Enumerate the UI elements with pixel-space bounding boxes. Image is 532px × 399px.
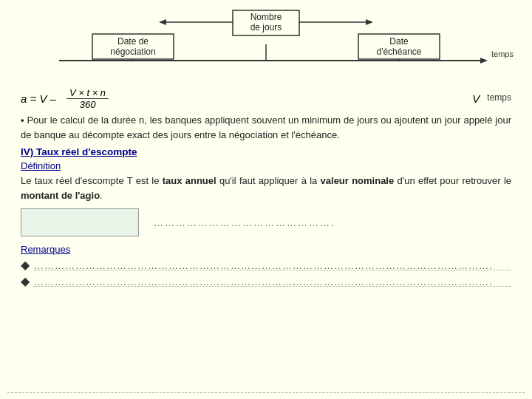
svg-text:temps: temps xyxy=(491,50,514,58)
formula-v-right: V xyxy=(472,92,480,105)
formula-box-area: …………………………………………. xyxy=(21,208,511,236)
svg-marker-1 xyxy=(480,58,488,64)
page: Nombre de jours Date de négociation Date… xyxy=(0,0,532,399)
timeline-diagram: Nombre de jours Date de négociation Date… xyxy=(15,7,517,81)
definition-text: Le taux réel d'escompte T est le taux an… xyxy=(21,174,511,202)
svg-text:Date: Date xyxy=(389,36,409,47)
formula-input-box xyxy=(21,208,139,236)
svg-text:Nombre: Nombre xyxy=(250,12,282,22)
remark-line-1: ◆ ……………………………………………………………………………………………………… xyxy=(21,258,511,272)
formula-equation: a = V – xyxy=(21,92,56,105)
formula-fraction: V × t × n 360 xyxy=(66,87,109,110)
remarques-label: Remarques xyxy=(21,244,511,255)
remark-bullet-2: ◆ xyxy=(21,274,30,288)
svg-text:d'échéance: d'échéance xyxy=(376,47,421,57)
remark-dots-1: …………………………………………………………………………………………………………… xyxy=(34,260,511,270)
definition-label: Définition xyxy=(21,160,511,171)
formula-row: a = V – V × t × n 360 V temps xyxy=(21,87,511,110)
remark-bullet-1: ◆ xyxy=(21,258,30,272)
svg-text:de jours: de jours xyxy=(250,22,282,33)
formula-dotted-line: …………………………………………. xyxy=(154,217,511,228)
bottom-border xyxy=(7,392,525,393)
formula-denominator: 360 xyxy=(77,99,99,110)
formula-numerator: V × t × n xyxy=(66,87,109,99)
svg-text:Date de: Date de xyxy=(117,36,149,47)
section-iv-header: IV) Taux réel d'escompte xyxy=(21,146,511,157)
remark-dots-2: …………………………………………………………………………………………………………… xyxy=(34,276,511,287)
remark-line-2: ◆ ……………………………………………………………………………………………………… xyxy=(21,274,511,288)
svg-marker-8 xyxy=(366,19,373,25)
svg-text:négociation: négociation xyxy=(110,47,155,57)
bullet-text: Pour le calcul de la durée n, les banque… xyxy=(21,113,511,142)
svg-marker-6 xyxy=(159,19,166,25)
temps-label: temps xyxy=(487,92,511,103)
